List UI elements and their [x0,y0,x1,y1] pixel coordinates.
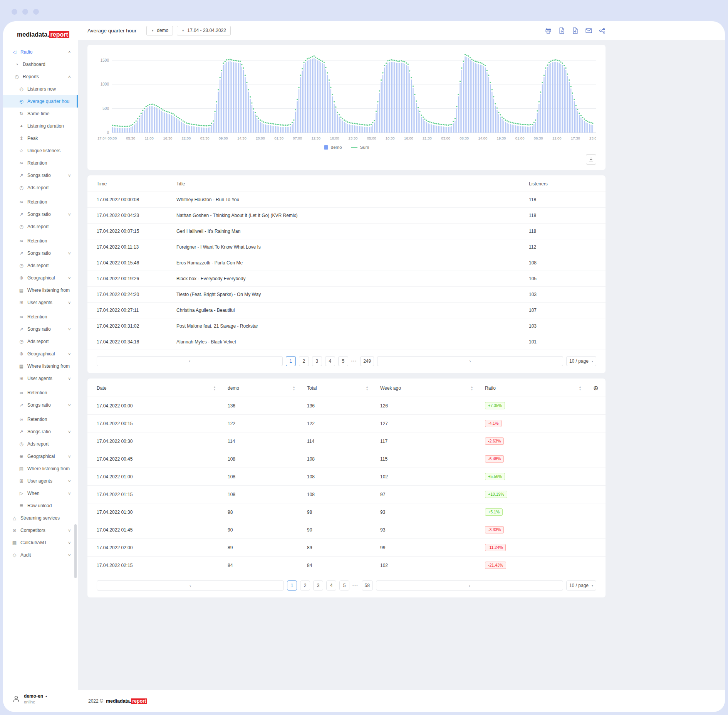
sidebar-scrollbar[interactable] [74,524,77,578]
sidebar-item-geographical[interactable]: ⊕Geographical∨ [3,272,78,284]
user-menu[interactable]: demo-en▴ online [3,688,78,712]
sort-demo-button[interactable]: ▴▾ [293,385,295,391]
sidebar-item-songs-ratio[interactable]: ↗Songs ratio∨ [3,399,78,411]
sidebar-item-label: Same time [27,111,71,116]
retention-icon: ∞ [18,238,24,244]
sidebar-item-songs-ratio[interactable]: ↗Songs ratio∨ [3,208,78,220]
sidebar-item-retention[interactable]: ∞Retention [3,157,78,169]
sidebar-item-unique-listeners[interactable]: ☆Unique listeners [3,145,78,157]
sidebar-item-retention[interactable]: ∞Retention [3,387,78,399]
sidebar-item-dashboard[interactable]: ◔Dashboard [3,58,78,71]
empty-cell [587,397,606,415]
sidebar-item-retention[interactable]: ∞Retention [3,413,78,426]
sort-week-ago-button[interactable]: ▴▾ [471,385,473,391]
app-logo[interactable]: mediadata.report [3,21,78,46]
sidebar-item-peak[interactable]: ↥Peak [3,132,78,145]
songs-ellipsis[interactable]: ••• [351,359,357,363]
retention-icon: ∞ [18,199,24,205]
export-xls-button[interactable] [572,27,579,34]
sidebar-item-user-agents[interactable]: ⊞User agents∨ [3,475,78,487]
songs-page-4[interactable]: 4 [325,356,335,366]
station-select[interactable]: ▼ demo [146,26,173,35]
sidebar-item-retention[interactable]: ∞Retention [3,311,78,323]
quarter-hour-ellipsis[interactable]: ••• [352,584,358,587]
sidebar-item-where-listening-from[interactable]: ▤Where listening from [3,463,78,475]
quarter-hour-page-3[interactable]: 3 [313,580,323,591]
song-title-cell: Eros Ramazzotti - Parla Con Me [170,255,523,271]
sidebar-item-competitors[interactable]: ⊘Competitors∨ [3,524,78,537]
songs-page-249[interactable]: 249 [360,356,374,366]
songs-page-3[interactable]: 3 [312,356,322,366]
sort-total-button[interactable]: ▴▾ [366,385,368,391]
sidebar-item-geographical[interactable]: ⊕Geographical∨ [3,348,78,360]
sidebar-item-user-agents[interactable]: ⊞User agents∨ [3,296,78,309]
sidebar-item-where-listening-from[interactable]: ▤Where listening from [3,284,78,296]
sidebar-item-average-quarter-hour[interactable]: ◴Average quarter hour [3,95,78,108]
quarter-hour-page-5[interactable]: 5 [339,580,349,591]
week-ago-cell: 97 [374,486,479,503]
sidebar-item-radio[interactable]: ◁Radio∧ [3,46,78,58]
sidebar-item-ads-report[interactable]: ◷Ads report [3,259,78,272]
quarter-hour-page-2[interactable]: 2 [300,580,310,591]
quarter-hour-next-button[interactable]: › [376,580,563,591]
songs-page-1[interactable]: 1 [286,356,296,366]
chevron-down-icon: ▾ [592,360,593,363]
chevron-down-icon: ▾ [592,584,593,587]
sidebar-item-songs-ratio[interactable]: ↗Songs ratio∨ [3,426,78,438]
chart-download-button[interactable] [586,154,596,165]
sidebar-item-listening-duration[interactable]: ◕Listening duration [3,120,78,132]
sidebar-item-songs-ratio[interactable]: ↗Songs ratio∨ [3,169,78,182]
legend-item-demo[interactable]: demo [324,145,342,150]
page-header: Average quarter hour ▼ demo ▼ 17.04 - 23… [78,21,725,40]
demo-cell: 136 [221,397,301,415]
song-listeners-cell: 108 [523,255,606,271]
songs-page-size-select[interactable]: 10 / page▾ [566,356,596,366]
sidebar-item-retention[interactable]: ∞Retention [3,235,78,247]
songs-prev-button[interactable]: ‹ [97,356,283,366]
songs-page-5[interactable]: 5 [338,356,348,366]
sidebar-item-label: Songs ratio [27,173,68,178]
sidebar-item-retention[interactable]: ∞Retention [3,196,78,208]
legend-item-sum[interactable]: Sum [351,145,369,150]
sort-ratio-button[interactable]: ▴▾ [579,385,581,391]
quarter-hour-page-1[interactable]: 1 [287,580,297,591]
chevron-down-icon: ∨ [68,301,71,305]
sort-date-button[interactable]: ▴▾ [214,385,215,391]
export-file-button[interactable] [558,27,565,34]
date-range-select[interactable]: ▼ 17.04 - 23.04.2022 [177,26,231,35]
sidebar-item-same-time[interactable]: ↻Same time [3,108,78,120]
sidebar-item-where-listening-from[interactable]: ▤Where listening from [3,360,78,372]
chevron-down-icon: ∨ [68,173,71,177]
sidebar-item-callout-amt[interactable]: ▦CallOut/AMT∨ [3,537,78,549]
quarter-hour-page-size-select[interactable]: 10 / page▾ [566,580,596,591]
sidebar-item-ads-report[interactable]: ◷Ads report [3,438,78,450]
share-button[interactable] [599,27,606,34]
sidebar-item-geographical[interactable]: ⊕Geographical∨ [3,450,78,463]
sidebar-item-songs-ratio[interactable]: ↗Songs ratio∨ [3,323,78,335]
quarter-hour-prev-button[interactable]: ‹ [97,580,284,591]
songs-page-2[interactable]: 2 [299,356,309,366]
sidebar-item-songs-ratio[interactable]: ↗Songs ratio∨ [3,247,78,259]
svg-text:18:00: 18:00 [330,136,339,140]
svg-text:01:00: 01:00 [515,136,525,140]
sidebar-item-streaming-services[interactable]: △Streaming services [3,512,78,524]
sidebar-item-user-agents[interactable]: ⊞User agents∨ [3,372,78,385]
sidebar-item-label: Geographical [27,454,68,459]
sidebar-item-ads-report[interactable]: ◷Ads report [3,182,78,194]
audit-icon: ◇ [12,552,17,558]
quarter-hour-page-58[interactable]: 58 [362,580,373,591]
sidebar-item-ads-report[interactable]: ◷Ads report [3,335,78,348]
quarter-hour-page-4[interactable]: 4 [326,580,336,591]
sidebar-item-raw-unload[interactable]: ≣Raw unload [3,500,78,512]
email-button[interactable] [585,27,592,34]
svg-text:10:30: 10:30 [386,136,395,140]
sidebar-item-audit[interactable]: ◇Audit∨ [3,549,78,561]
songs-next-button[interactable]: › [377,356,563,366]
print-button[interactable] [545,27,552,34]
sidebar-item-listeners-now[interactable]: ◎Listeners now [3,83,78,95]
sidebar-item-ads-report[interactable]: ◷Ads report [3,220,78,233]
add-column-button[interactable]: ⊕ [593,385,598,391]
sidebar-item-when[interactable]: ▷When∨ [3,487,78,500]
sidebar-item-label: Retention [27,390,71,395]
sidebar-item-reports[interactable]: ◷Reports∧ [3,71,78,83]
